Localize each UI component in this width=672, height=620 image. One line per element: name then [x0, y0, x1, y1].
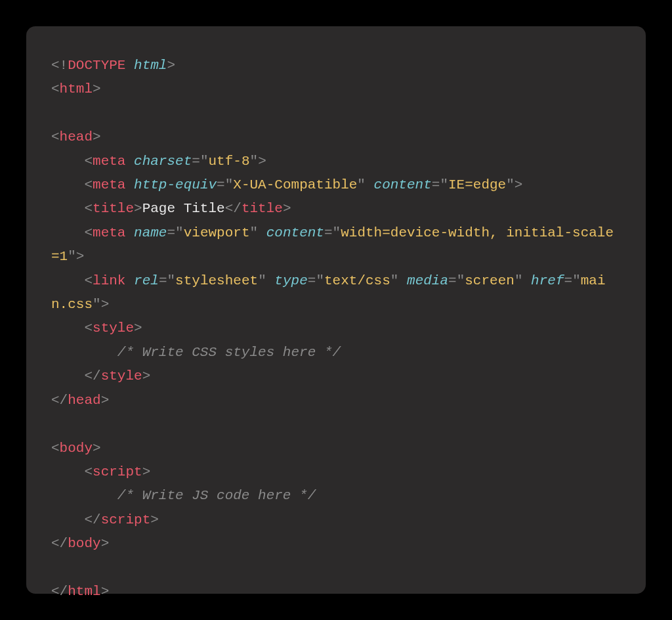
attr-href: href	[531, 273, 564, 288]
val-viewport: viewport	[184, 225, 250, 240]
val-textcss: text/css	[324, 273, 390, 288]
tag-title-open: title	[93, 201, 134, 216]
tag-meta-1: meta	[93, 154, 125, 169]
tag-body-close: body	[68, 536, 100, 551]
tag-title-close: title	[242, 201, 283, 216]
tag-link: link	[93, 273, 125, 288]
tag-meta-2: meta	[93, 177, 125, 192]
attr-media: media	[407, 273, 448, 288]
attr-type: type	[274, 273, 307, 288]
code-editor[interactable]: <!DOCTYPE html> <html> <head> <meta char…	[26, 26, 646, 594]
doctype-html: html	[134, 58, 167, 73]
css-comment: /* Write CSS styles here */	[117, 345, 341, 360]
tag-head-open: head	[60, 129, 93, 144]
code-block: <!DOCTYPE html> <html> <head> <meta char…	[51, 54, 621, 604]
val-screen: screen	[465, 273, 514, 288]
attr-name: name	[134, 225, 167, 240]
tag-style-close: style	[101, 368, 142, 384]
attr-http-equiv: http-equiv	[134, 177, 217, 192]
val-xua: X-UA-Compatible	[233, 177, 357, 192]
tag-script-open: script	[93, 464, 142, 479]
doctype-bang: !	[60, 58, 68, 73]
title-text: Page Title	[142, 201, 225, 216]
js-comment: /* Write JS code here */	[117, 488, 316, 503]
tag-html-open: html	[60, 81, 93, 97]
tag-style-open: style	[93, 321, 134, 336]
val-stylesheet: stylesheet	[175, 273, 258, 288]
doctype-word: DOCTYPE	[68, 58, 125, 73]
tag-head-close: head	[68, 393, 100, 408]
attr-content-1: content	[374, 177, 432, 192]
tag-meta-3: meta	[93, 225, 125, 240]
val-ieedge: IE=edge	[448, 177, 506, 192]
val-utf8: utf-8	[209, 154, 250, 169]
attr-rel: rel	[134, 273, 159, 288]
attr-charset: charset	[134, 154, 192, 169]
tag-body-open: body	[60, 441, 93, 456]
tag-script-close: script	[101, 512, 151, 527]
attr-content-2: content	[266, 225, 324, 240]
tag-html-close: html	[68, 584, 100, 599]
